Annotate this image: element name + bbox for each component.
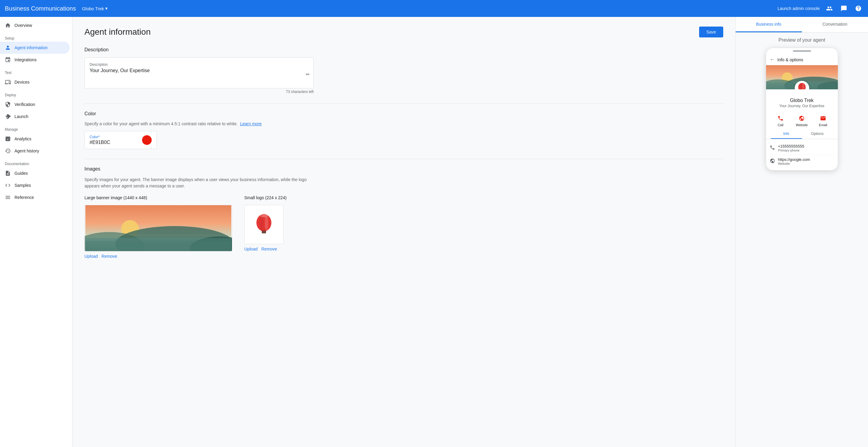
sidebar-item-launch[interactable]: Launch — [0, 111, 70, 123]
person-icon — [5, 45, 11, 51]
sidebar-item-agent-history[interactable]: Agent history — [0, 145, 70, 157]
sidebar-label-samples: Samples — [14, 183, 31, 188]
phone-header-label: Info & options — [777, 57, 803, 62]
sidebar-label-integrations: Integrations — [14, 57, 36, 62]
sidebar-item-overview[interactable]: Overview — [0, 19, 70, 31]
sidebar-label-devices: Devices — [14, 80, 30, 85]
svg-rect-7 — [85, 241, 231, 251]
sidebar-item-reference[interactable]: Reference — [0, 191, 70, 203]
history-icon — [5, 148, 11, 154]
banner-upload-link[interactable]: Upload — [85, 254, 98, 259]
sidebar-section-setup: Setup — [0, 31, 72, 42]
shield-icon — [5, 101, 11, 108]
phone-info-rows: +15555555555 Primary phone https://googl… — [766, 139, 838, 170]
phone-agent-name: Globo Trek — [770, 98, 834, 103]
sidebar-label-agent-info: Agent information — [14, 45, 48, 50]
phone-info-tabs: Info Options — [766, 129, 838, 139]
sidebar-label-reference: Reference — [14, 195, 34, 200]
preview-label: Preview of your agent — [736, 33, 868, 48]
app-title: Business Communications — [5, 5, 76, 12]
phone-action-email: Email — [819, 114, 827, 127]
right-panel: Business info Conversation Preview of yo… — [735, 17, 868, 447]
phone-header: ← Info & options — [766, 54, 838, 65]
website-icon — [798, 114, 806, 123]
color-input-group: Color* #E91B0C — [90, 135, 111, 145]
brand-selector[interactable]: Globo Trek ▾ — [82, 6, 108, 11]
phone-info-website-text: https://google.com Website — [778, 157, 810, 166]
sidebar-item-verification[interactable]: Verification — [0, 98, 70, 111]
sidebar-item-agent-information[interactable]: Agent information — [0, 42, 70, 54]
tab-business-info[interactable]: Business info — [736, 17, 802, 32]
chat-icon[interactable] — [839, 4, 849, 13]
launch-console-link[interactable]: Launch admin console — [777, 6, 820, 11]
sidebar-item-integrations[interactable]: Integrations — [0, 54, 70, 66]
phone-action-call: Call — [776, 114, 785, 127]
learn-more-link[interactable]: Learn more — [240, 121, 262, 126]
tab-conversation[interactable]: Conversation — [802, 17, 868, 32]
phone-mockup: ← Info & options — [766, 48, 838, 171]
sidebar-label-analytics: Analytics — [14, 137, 31, 141]
devices-icon — [5, 79, 11, 85]
home-icon — [5, 22, 11, 28]
help-icon[interactable] — [854, 4, 863, 13]
description-field: Description Your Journey, Our Expertise … — [85, 57, 314, 88]
phone-action-website: Website — [796, 114, 808, 127]
color-field[interactable]: Color* #E91B0C — [85, 131, 157, 149]
sidebar: Overview Setup Agent information Integra… — [0, 17, 72, 447]
color-label: Color* — [90, 135, 111, 139]
sidebar-label-guides: Guides — [14, 171, 28, 176]
sidebar-section-deploy: Deploy — [0, 88, 72, 98]
color-swatch[interactable] — [142, 135, 152, 145]
logo-block: Small logo (224 x 224) — [244, 195, 286, 251]
banner-remove-link[interactable]: Remove — [101, 254, 117, 259]
svg-point-17 — [261, 230, 267, 232]
sidebar-label-launch: Launch — [14, 114, 28, 119]
images-help-text: Specify images for your agent. The banne… — [85, 177, 314, 189]
description-input[interactable]: Your Journey, Our Expertise — [90, 68, 309, 82]
nav-actions: Launch admin console — [777, 4, 863, 13]
sidebar-item-guides[interactable]: Guides — [0, 167, 70, 179]
phone-tab-info[interactable]: Info — [771, 129, 802, 139]
sidebar-section-test: Test — [0, 66, 72, 76]
phone-info-row-website: https://google.com Website — [770, 155, 834, 168]
logo-remove-link[interactable]: Remove — [261, 246, 277, 251]
website-label: Website — [796, 123, 808, 127]
email-label: Email — [819, 123, 827, 127]
website-url: https://google.com — [778, 157, 810, 162]
save-button[interactable]: Save — [699, 27, 723, 37]
analytics-icon — [5, 136, 11, 142]
sidebar-section-docs: Documentation — [0, 157, 72, 167]
logo-actions: Upload Remove — [244, 246, 286, 251]
phone-banner — [766, 65, 838, 89]
banner-label: Large banner image (1440 x 448) — [85, 195, 232, 200]
sidebar-item-samples[interactable]: Samples — [0, 179, 70, 191]
svg-point-24 — [798, 83, 806, 89]
panel-tabs: Business info Conversation — [736, 17, 868, 33]
sidebar-item-analytics[interactable]: Analytics — [0, 133, 70, 145]
description-label: Description — [90, 62, 309, 67]
call-icon — [776, 114, 785, 123]
color-help-text: Specify a color for your agent with a mi… — [85, 121, 314, 126]
banner-block: Large banner image (1440 x 448) — [85, 195, 232, 259]
banner-image — [85, 205, 232, 251]
sidebar-item-devices[interactable]: Devices — [0, 76, 70, 88]
integrations-icon — [5, 57, 11, 63]
dropdown-icon: ▾ — [105, 6, 108, 11]
sidebar-label-agent-history: Agent history — [14, 149, 39, 153]
char-count: 73 characters left — [85, 90, 314, 94]
email-icon — [819, 114, 827, 123]
people-icon[interactable] — [825, 4, 834, 13]
images-section-title: Images — [85, 166, 723, 172]
reference-icon — [5, 195, 11, 201]
phone-tab-options[interactable]: Options — [802, 129, 833, 139]
images-section: Images Specify images for your agent. Th… — [85, 166, 723, 259]
page-title: Agent information — [85, 27, 151, 37]
color-value: #E91B0C — [90, 140, 111, 145]
logo-upload-link[interactable]: Upload — [244, 246, 257, 251]
back-arrow-icon: ← — [770, 56, 775, 63]
sidebar-label-overview: Overview — [14, 23, 32, 28]
guides-icon — [5, 170, 11, 176]
banner-actions: Upload Remove — [85, 254, 232, 259]
website-label: Website — [778, 162, 810, 166]
description-section: Description Description Your Journey, Ou… — [85, 47, 723, 94]
